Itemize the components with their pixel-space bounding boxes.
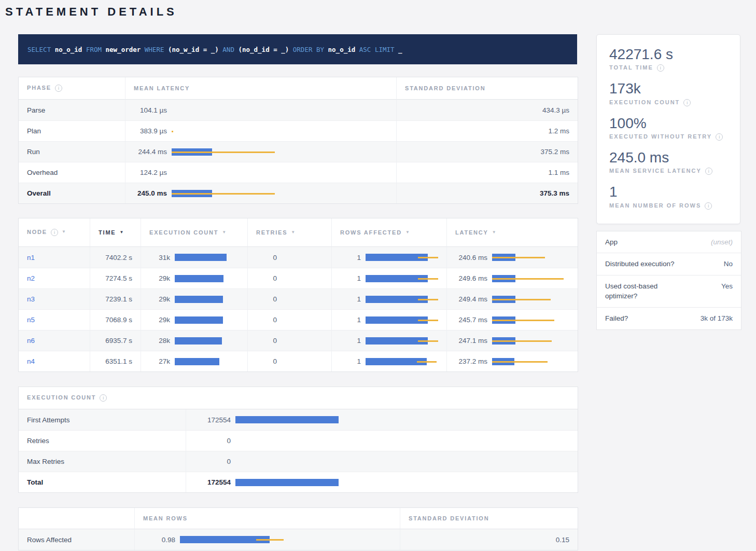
execution-count-cell: 29k — [141, 268, 247, 288]
time-column-header[interactable]: TIME▼ — [90, 218, 141, 247]
sql-identifier: (no_d_id — [234, 46, 270, 53]
cell-value: 247.1 ms — [455, 337, 487, 345]
cell-value: 1 — [340, 254, 361, 261]
execution-count-value-cell: 172554 — [186, 409, 578, 430]
std-dev-whisker — [418, 278, 438, 280]
info-icon[interactable]: i — [683, 99, 691, 106]
node-link[interactable]: n2 — [27, 274, 35, 282]
retries-cell: 0 — [247, 351, 331, 371]
summary-stat: 100%EXECUTED WITHOUT RETRYi — [609, 115, 727, 141]
sql-statement-text: SELECT no_o_id FROM new_order WHERE (no_… — [27, 46, 402, 53]
details-row: App(unset) — [597, 231, 741, 253]
rows-std-dev-column-header: STANDARD DEVIATION — [400, 508, 578, 529]
node-link[interactable]: n6 — [27, 337, 35, 345]
cell-value: 244.4 ms — [134, 148, 167, 156]
sql-statement-box: SELECT no_o_id FROM new_order WHERE (no_… — [18, 34, 577, 64]
info-icon[interactable]: i — [705, 168, 712, 175]
sort-arrow-icon: ▼ — [291, 230, 296, 235]
cell-value: 104.1 µs — [134, 106, 167, 114]
info-icon[interactable]: i — [55, 85, 62, 92]
phase-row: Overall245.0 ms375.3 ms — [19, 183, 578, 203]
execution-count-cell: 29k — [141, 309, 247, 330]
page-layout: SELECT no_o_id FROM new_order WHERE (no_… — [18, 34, 756, 550]
std-dev-whisker — [256, 539, 284, 541]
rows-affected-column-header[interactable]: ROWS AFFECTED▼ — [331, 218, 446, 247]
summary-stat: 245.0 msMEAN SERVICE LATENCYi — [609, 149, 727, 175]
node-cell: n5 — [19, 309, 90, 330]
rows-affected-row: Rows Affected0.980.15 — [19, 529, 578, 550]
details-value: (unset) — [691, 231, 741, 253]
cell-value: 29k — [149, 274, 170, 282]
retries-cell: 0 — [247, 247, 331, 268]
execution-count-cell: 28k — [141, 330, 247, 351]
info-icon[interactable]: i — [657, 64, 664, 72]
rows-affected-cell: 1 — [331, 247, 446, 268]
mean-rows-column-header: MEAN ROWS — [134, 508, 400, 529]
info-icon[interactable]: i — [716, 133, 723, 141]
value-bar — [366, 337, 443, 345]
info-icon[interactable]: i — [51, 229, 58, 236]
bar-segment — [175, 275, 223, 282]
execution-count-value-cell: 0 — [186, 430, 578, 451]
latency-cell: 245.7 ms — [446, 309, 578, 330]
info-icon[interactable]: i — [705, 202, 712, 210]
execution-count-label: Total — [19, 472, 186, 492]
mean-latency-header-label: MEAN LATENCY — [134, 85, 190, 91]
value-bar — [172, 190, 281, 197]
time-cell: 7274.5 s — [90, 268, 141, 288]
info-icon[interactable]: i — [100, 394, 107, 402]
bar-segment — [175, 358, 219, 365]
mean-rows-header-label: MEAN ROWS — [143, 515, 188, 521]
rows-blank-header — [19, 508, 134, 529]
mean-latency-cell: 104.1 µs — [125, 100, 396, 120]
execution-table-header-row: EXECUTION COUNTi — [19, 387, 578, 409]
node-header-label: NODE — [27, 229, 47, 235]
rows-affected-table: MEAN ROWS STANDARD DEVIATION Rows Affect… — [18, 507, 578, 550]
std-dev-cell: 1.2 ms — [396, 120, 578, 141]
phase-label: Overall — [19, 183, 125, 203]
node-link[interactable]: n3 — [27, 295, 35, 303]
details-value: 3k of 173k — [691, 307, 741, 329]
std-dev-cell: 434.3 µs — [396, 100, 578, 120]
retries-cell: 0 — [247, 288, 331, 309]
std-dev-whisker — [417, 361, 437, 363]
stat-value: 1 — [609, 184, 727, 200]
stat-value: 42271.6 s — [609, 46, 727, 62]
retries-column-header[interactable]: RETRIES▼ — [247, 218, 331, 247]
value-bar — [175, 296, 237, 303]
rows-std-dev-header-label: STANDARD DEVIATION — [409, 515, 489, 521]
summary-stat: 173kEXECUTION COUNTi — [609, 80, 727, 106]
cell-value: 27k — [149, 357, 170, 365]
cell-value: 1 — [340, 295, 361, 303]
cell-value: 124.2 µs — [134, 169, 167, 176]
cell-value: 237.2 ms — [455, 357, 487, 365]
execution-count-cell: 31k — [141, 247, 247, 268]
value-bar — [175, 254, 237, 261]
cell-value: 1 — [340, 316, 361, 324]
cell-value: 0.98 — [143, 536, 175, 544]
sort-arrow-icon: ▼ — [62, 229, 67, 234]
std-dev-column-header: STANDARD DEVIATION — [396, 77, 578, 100]
cell-value: 28k — [149, 337, 170, 345]
sidebar: 42271.6 sTOTAL TIMEi173kEXECUTION COUNTi… — [596, 34, 740, 330]
phase-column-header: PHASEi — [19, 77, 125, 100]
rows-affected-cell: 1 — [331, 288, 446, 309]
node-link[interactable]: n1 — [27, 254, 35, 261]
value-bar — [175, 316, 237, 324]
node-column-header[interactable]: NODEi▼ — [19, 218, 90, 247]
value-bar — [366, 358, 443, 365]
per-node-stats-table: NODEi▼ TIME▼ EXECUTION COUNT▼ RETRIES▼ R… — [18, 218, 578, 372]
node-link[interactable]: n5 — [27, 316, 35, 324]
execution-count-column-header[interactable]: EXECUTION COUNT▼ — [141, 218, 247, 247]
sql-identifier: _) — [207, 46, 219, 53]
latency-column-header[interactable]: LATENCY▼ — [446, 218, 578, 247]
value-bar — [492, 316, 567, 324]
phase-label: Run — [19, 141, 125, 162]
cell-value: 1 — [340, 337, 361, 345]
sql-keyword: ASC — [355, 46, 371, 53]
execution-count-row: Total172554 — [19, 472, 578, 492]
retries-cell: 0 — [247, 330, 331, 351]
stat-label: EXECUTION COUNTi — [609, 99, 727, 106]
node-link[interactable]: n4 — [27, 357, 35, 365]
sql-keyword: LIMIT — [371, 46, 394, 53]
